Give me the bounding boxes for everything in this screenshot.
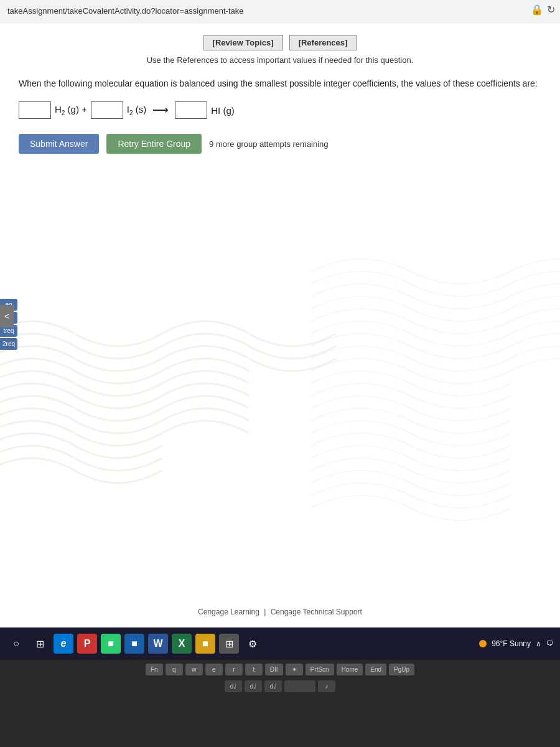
chevron-up-icon[interactable]: ∧ bbox=[536, 639, 541, 648]
key-bottom-1[interactable]: d♩ bbox=[225, 680, 242, 692]
references-button[interactable]: [References] bbox=[289, 35, 357, 50]
app-green-icon[interactable]: ■ bbox=[101, 634, 121, 654]
keyboard-row-2: d♩ d♩ d♩ ♪ bbox=[0, 677, 560, 693]
task-view-icon[interactable]: ⊞ bbox=[30, 634, 50, 654]
compound-1-label: H2 (g) + bbox=[55, 104, 87, 116]
excel-icon[interactable]: X bbox=[172, 634, 192, 654]
coefficient-input-2[interactable] bbox=[91, 101, 123, 119]
refresh-icon[interactable]: ↻ bbox=[547, 4, 555, 16]
top-action-buttons: [Review Topics] [References] bbox=[19, 35, 541, 50]
key-e[interactable]: e bbox=[205, 664, 223, 675]
references-note: Use the References to access important v… bbox=[19, 55, 541, 65]
key-q[interactable]: q bbox=[166, 664, 183, 675]
submit-answer-button[interactable]: Submit Answer bbox=[19, 134, 99, 154]
reaction-arrow: ⟶ bbox=[152, 103, 169, 117]
key-home[interactable]: Home bbox=[337, 664, 363, 675]
app-p-icon[interactable]: P bbox=[77, 634, 97, 654]
gear-taskbar-icon[interactable]: ⚙ bbox=[243, 634, 263, 654]
url-text: takeAssignment/takeCovalentActivity.do?l… bbox=[7, 6, 243, 16]
word-icon[interactable]: W bbox=[148, 634, 168, 654]
key-end[interactable]: End bbox=[365, 664, 386, 675]
keyboard-area: Fn q w e r t DII ✶ PrtScn Home End PgUp … bbox=[0, 660, 560, 747]
address-bar: takeAssignment/takeCovalentActivity.do?l… bbox=[0, 0, 560, 22]
taskbar-app-icons: ○ ⊞ e P ■ ■ W X ■ ⊞ ⚙ bbox=[6, 634, 263, 654]
app-blue-icon[interactable]: ■ bbox=[124, 634, 144, 654]
key-bottom-3[interactable]: d♩ bbox=[264, 680, 282, 692]
sidebar-tab-2req[interactable]: 2req bbox=[0, 338, 17, 350]
taskbar: ○ ⊞ e P ■ ■ W X ■ ⊞ ⚙ 96°F Sunny ∧ 🗨 bbox=[0, 627, 560, 660]
coefficient-input-3[interactable] bbox=[175, 101, 207, 119]
grid-icon[interactable]: ⊞ bbox=[219, 634, 239, 654]
weather-dot-icon bbox=[479, 640, 487, 647]
key-t[interactable]: t bbox=[245, 664, 263, 675]
cengage-support-link[interactable]: Cengage Technical Support bbox=[271, 608, 362, 616]
edge-browser-icon[interactable]: e bbox=[54, 634, 73, 654]
key-prtscrn[interactable]: PrtScn bbox=[306, 664, 334, 675]
notification-icon[interactable]: 🗨 bbox=[546, 639, 554, 648]
search-taskbar-icon[interactable]: ○ bbox=[6, 634, 26, 654]
key-w[interactable]: w bbox=[185, 664, 203, 675]
key-star[interactable]: ✶ bbox=[286, 664, 303, 675]
key-r[interactable]: r bbox=[225, 664, 243, 675]
weather-text: 96°F Sunny bbox=[492, 639, 531, 648]
keyboard-row-1: Fn q w e r t DII ✶ PrtScn Home End PgUp bbox=[0, 660, 560, 677]
footer-links: Cengage Learning | Cengage Technical Sup… bbox=[0, 608, 560, 616]
cengage-learning-link[interactable]: Cengage Learning bbox=[198, 608, 259, 616]
footer-separator: | bbox=[264, 608, 266, 616]
security-icon: 🔒 bbox=[531, 4, 543, 16]
retry-entire-group-button[interactable]: Retry Entire Group bbox=[106, 134, 202, 154]
action-buttons-row: Submit Answer Retry Entire Group 9 more … bbox=[19, 134, 541, 154]
files-icon[interactable]: ■ bbox=[195, 634, 215, 654]
key-space-bottom[interactable] bbox=[284, 680, 315, 692]
key-bottom-2[interactable]: d♩ bbox=[245, 680, 262, 692]
key-pgup[interactable]: PgUp bbox=[389, 664, 414, 675]
compound-2-label: I2 (s) bbox=[127, 104, 146, 116]
back-button[interactable]: < bbox=[0, 305, 14, 327]
compound-3-label: HI (g) bbox=[211, 105, 235, 116]
taskbar-right-area: 96°F Sunny ∧ 🗨 bbox=[479, 639, 554, 648]
review-topics-button[interactable]: [Review Topics] bbox=[203, 35, 283, 50]
key-fn[interactable]: Fn bbox=[146, 664, 163, 675]
equation-row: H2 (g) + I2 (s) ⟶ HI (g) bbox=[19, 101, 541, 119]
key-music-icon[interactable]: ♪ bbox=[318, 680, 335, 692]
key-dii[interactable]: DII bbox=[265, 664, 283, 675]
attempts-remaining-text: 9 more group attempts remaining bbox=[209, 139, 328, 149]
question-text: When the following molecular equation is… bbox=[19, 77, 541, 90]
coefficient-input-1[interactable] bbox=[19, 101, 51, 119]
